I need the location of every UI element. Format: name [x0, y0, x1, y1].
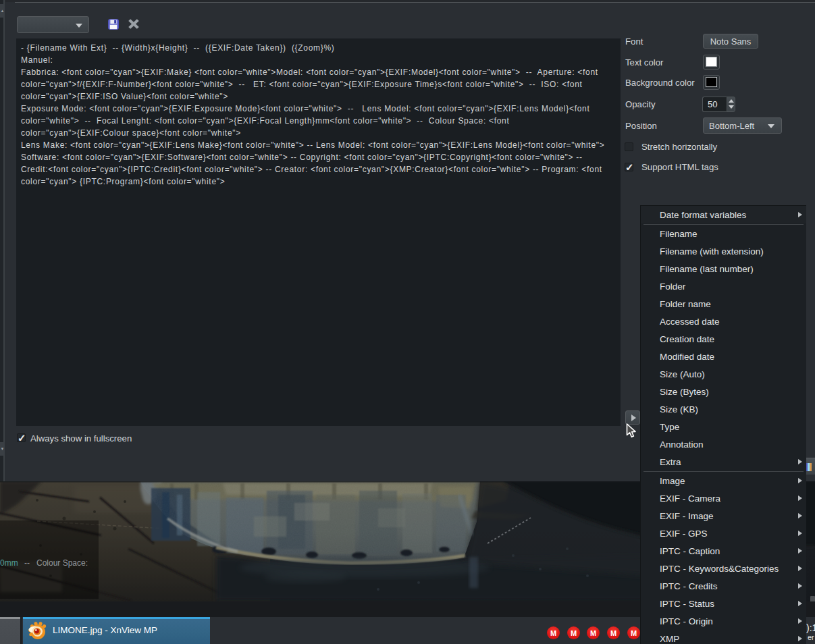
svg-text:0mm: 0mm [0, 558, 18, 568]
svg-text:-- Colour Space:: -- Colour Space: [24, 558, 88, 568]
